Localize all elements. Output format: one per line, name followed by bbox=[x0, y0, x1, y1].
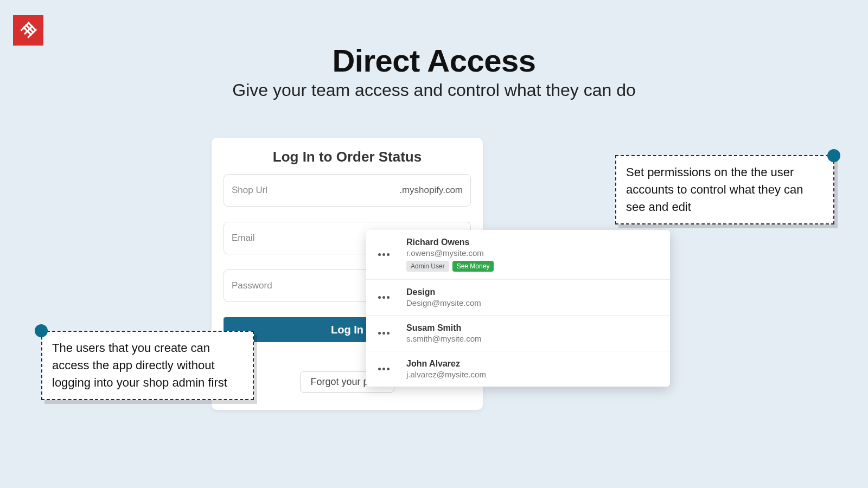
user-body: DesignDesign@mysite.com bbox=[406, 287, 658, 307]
user-email: s.smith@mysite.com bbox=[406, 334, 658, 343]
callout-dot-icon bbox=[827, 149, 840, 162]
more-icon[interactable] bbox=[378, 253, 391, 256]
user-row: John Alvarezj.alvarez@mysite.com bbox=[366, 351, 670, 387]
user-badges: Admin UserSee Money bbox=[406, 261, 658, 272]
user-email: j.alvarez@mysite.com bbox=[406, 370, 658, 379]
user-email: Design@mysite.com bbox=[406, 298, 658, 307]
permission-badge: See Money bbox=[452, 261, 494, 272]
more-icon[interactable] bbox=[378, 296, 391, 299]
user-row: DesignDesign@mysite.com bbox=[366, 280, 670, 316]
user-email: r.owens@mysite.com bbox=[406, 248, 658, 258]
user-row: Richard Owensr.owens@mysite.comAdmin Use… bbox=[366, 230, 670, 280]
app-logo bbox=[13, 15, 43, 46]
callout-permissions: Set permissions on the the user accounts… bbox=[615, 155, 834, 224]
user-accounts-panel: Richard Owensr.owens@mysite.comAdmin Use… bbox=[366, 230, 670, 387]
shop-url-input[interactable]: Shop Url .myshopify.com bbox=[224, 174, 471, 207]
permission-badge: Admin User bbox=[406, 261, 449, 272]
more-icon[interactable] bbox=[378, 332, 391, 335]
callout-direct-access: The users that you create can access the… bbox=[41, 331, 254, 400]
page-subtitle: Give your team access and control what t… bbox=[0, 80, 868, 100]
callout-text: Set permissions on the the user accounts… bbox=[626, 165, 803, 214]
shop-url-suffix: .myshopify.com bbox=[399, 185, 463, 196]
callout-text: The users that you create can access the… bbox=[52, 341, 227, 389]
user-name: John Alvarez bbox=[406, 359, 658, 369]
user-name: Richard Owens bbox=[406, 237, 658, 247]
user-body: Susam Smiths.smith@mysite.com bbox=[406, 323, 658, 343]
user-body: Richard Owensr.owens@mysite.comAdmin Use… bbox=[406, 237, 658, 272]
user-name: Susam Smith bbox=[406, 323, 658, 333]
page-title: Direct Access bbox=[0, 42, 868, 79]
more-icon[interactable] bbox=[378, 368, 391, 370]
shop-url-placeholder: Shop Url bbox=[232, 185, 399, 196]
login-title: Log In to Order Status bbox=[224, 149, 471, 165]
logo-icon bbox=[17, 20, 39, 41]
user-name: Design bbox=[406, 287, 658, 297]
user-body: John Alvarezj.alvarez@mysite.com bbox=[406, 359, 658, 379]
callout-dot-icon bbox=[35, 324, 48, 337]
user-row: Susam Smiths.smith@mysite.com bbox=[366, 316, 670, 351]
